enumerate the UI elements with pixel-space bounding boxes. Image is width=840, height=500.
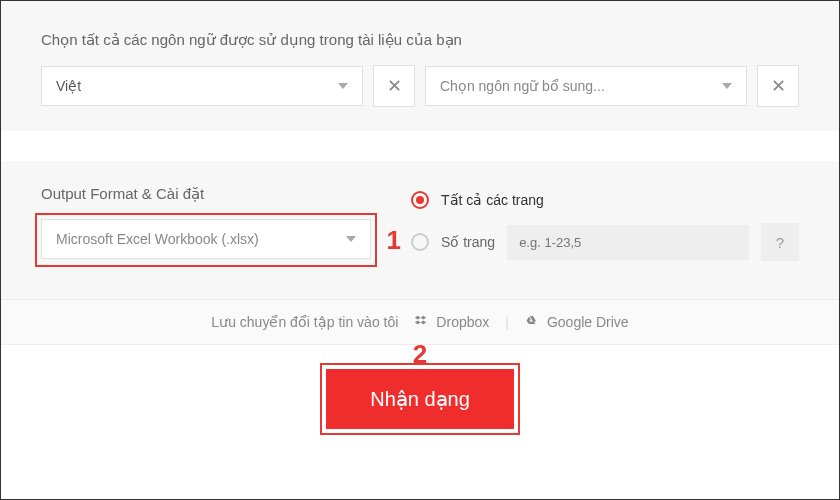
- language-selectors-row: Việt ✕ Chọn ngôn ngữ bổ sung... ✕: [41, 65, 799, 107]
- pages-all-radio[interactable]: [411, 191, 429, 209]
- clear-primary-language-button[interactable]: ✕: [373, 65, 415, 107]
- close-icon: ✕: [387, 75, 402, 97]
- google-drive-label: Google Drive: [547, 314, 629, 330]
- primary-language-select[interactable]: Việt: [41, 66, 363, 106]
- chevron-down-icon: [338, 83, 348, 89]
- pages-range-radio[interactable]: [411, 233, 429, 251]
- clear-additional-language-button[interactable]: ✕: [757, 65, 799, 107]
- chevron-down-icon: [722, 83, 732, 89]
- pages-range-label: Số trang: [441, 234, 495, 250]
- additional-language-select[interactable]: Chọn ngôn ngữ bổ sung...: [425, 66, 747, 106]
- pages-range-input[interactable]: [507, 225, 749, 260]
- primary-language-value: Việt: [56, 78, 81, 94]
- annotation-callout-1: 1: [387, 225, 401, 256]
- additional-language-placeholder: Chọn ngôn ngữ bổ sung...: [440, 78, 605, 94]
- chevron-down-icon: [346, 236, 356, 242]
- languages-section-label: Chọn tất cả các ngôn ngữ được sử dụng tr…: [41, 31, 799, 49]
- google-drive-icon: [525, 314, 541, 330]
- google-drive-link[interactable]: Google Drive: [525, 314, 629, 330]
- pages-help-button[interactable]: ?: [761, 223, 799, 261]
- output-format-value: Microsoft Excel Workbook (.xlsx): [56, 231, 259, 247]
- divider: |: [505, 314, 509, 330]
- close-icon: ✕: [771, 75, 786, 97]
- dropbox-label: Dropbox: [436, 314, 489, 330]
- submit-button[interactable]: Nhận dạng: [326, 369, 514, 429]
- output-format-select[interactable]: Microsoft Excel Workbook (.xlsx): [41, 219, 371, 259]
- annotation-callout-2: 2: [413, 339, 427, 370]
- dropbox-icon: [414, 314, 430, 330]
- dropbox-link[interactable]: Dropbox: [414, 314, 489, 330]
- pages-all-label: Tất cả các trang: [441, 192, 544, 208]
- save-prompt-text: Lưu chuyển đổi tập tin vào tôi: [211, 314, 398, 330]
